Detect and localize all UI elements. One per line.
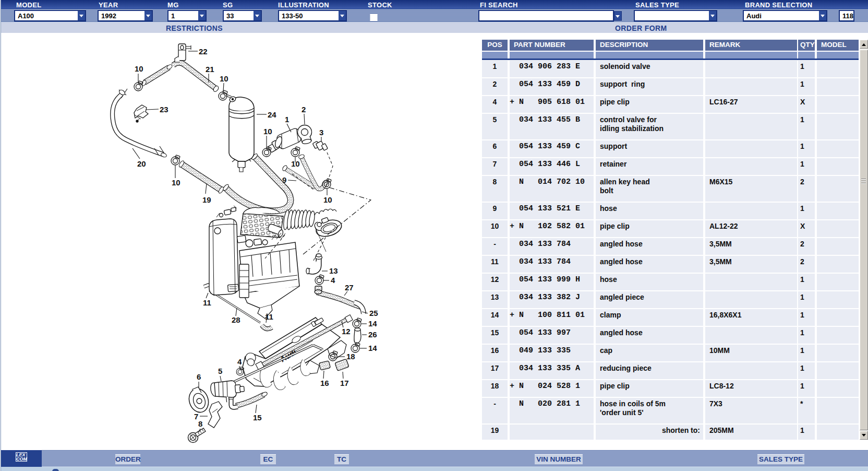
svg-text:2: 2 (302, 105, 306, 114)
svg-text:24: 24 (268, 110, 276, 119)
svg-text:19: 19 (202, 195, 211, 204)
svg-text:10: 10 (323, 195, 332, 204)
svg-text:10: 10 (172, 178, 180, 187)
svg-text:10: 10 (291, 159, 300, 168)
svg-text:10: 10 (220, 74, 228, 83)
svg-text:26: 26 (368, 330, 377, 339)
svg-text:5: 5 (218, 367, 222, 375)
svg-text:25: 25 (369, 309, 378, 317)
svg-text:3: 3 (319, 128, 323, 137)
svg-text:15: 15 (253, 413, 262, 422)
svg-text:11: 11 (265, 312, 273, 321)
svg-text:23: 23 (160, 105, 168, 114)
svg-text:8: 8 (198, 419, 202, 428)
svg-text:4: 4 (331, 276, 335, 285)
svg-text:4: 4 (237, 357, 242, 366)
svg-text:18: 18 (346, 352, 355, 361)
svg-text:12: 12 (342, 327, 351, 336)
svg-text:27: 27 (345, 283, 354, 292)
svg-text:6: 6 (197, 372, 201, 381)
svg-text:11: 11 (203, 298, 211, 307)
svg-text:10: 10 (135, 64, 143, 73)
svg-text:1: 1 (285, 115, 289, 124)
svg-text:14: 14 (368, 344, 377, 352)
svg-text:28: 28 (232, 315, 240, 324)
svg-text:22: 22 (199, 47, 208, 56)
svg-text:13: 13 (329, 266, 338, 275)
svg-text:17: 17 (340, 379, 349, 387)
svg-text:16: 16 (320, 379, 329, 387)
svg-text:21: 21 (206, 65, 214, 74)
svg-text:9: 9 (282, 175, 286, 184)
svg-text:20: 20 (137, 159, 146, 168)
svg-text:14: 14 (368, 319, 377, 328)
svg-text:10: 10 (263, 127, 272, 136)
